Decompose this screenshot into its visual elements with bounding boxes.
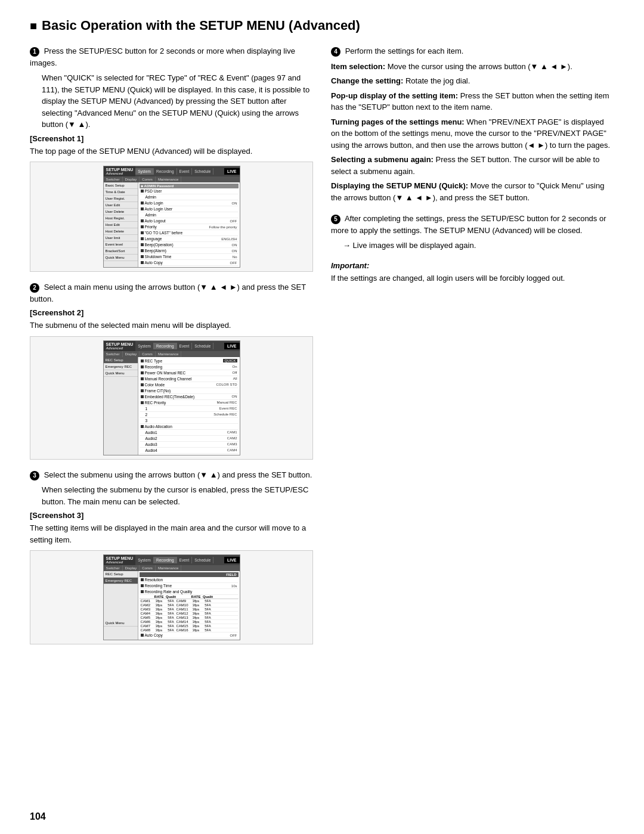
live-button[interactable]: LIVE (224, 168, 240, 175)
substep-selecting-submenu: Selecting a submenu again: Press the SET… (331, 154, 614, 177)
menu1-tabs: System Recording Event Schedule (135, 168, 224, 175)
menu1-row-priority: Priority Follow the priority (140, 224, 239, 230)
menu3-tabs: System Recording Event Schedule (135, 557, 224, 563)
menu2-left: REC Setup Emergency REC Quick Menu (104, 357, 138, 455)
left-quick-menu[interactable]: Quick Menu (104, 255, 138, 261)
step3-text2: When selecting the submenu by the cursor… (42, 484, 313, 507)
right-column: 4 Perform the settings for each item. It… (331, 45, 614, 654)
menu1-row-shutdown: Shutdown Time No (140, 254, 239, 260)
substep-change-setting: Change the setting: Rotate the jog dial. (331, 75, 614, 87)
menu3-sub-header: Switcher Display Comm Maintenance (104, 565, 240, 571)
menu1-row-beep-alarm: Beep(Alarm) ON (140, 248, 239, 254)
menu3-left-emergency[interactable]: Emergency REC (104, 578, 138, 584)
sub-tab-comm[interactable]: Comm (140, 176, 156, 182)
left-host-edit[interactable]: Host Edit (104, 222, 138, 228)
substep-popup-display: Pop-up display of the setting item: Pres… (331, 90, 614, 113)
left-user-regist[interactable]: User Regist. (104, 196, 138, 202)
screenshot2-section: [Screenshot 2] The submenu of the select… (30, 308, 313, 460)
menu3-sub-switcher[interactable]: Switcher (104, 565, 123, 571)
menu1-row-autologout: Auto Logout OFF (140, 218, 239, 224)
menu2-sub-switcher[interactable]: Switcher (104, 351, 123, 357)
menu3-tab-system[interactable]: System (135, 557, 154, 563)
menu2-tab-recording[interactable]: Recording (154, 343, 177, 349)
screenshot2-box: SETUP MENU Advanced System Recording Eve… (30, 336, 313, 460)
screenshot3-label: [Screenshot 3] (30, 511, 313, 520)
step3-block: 3 Select the submenu using the arrows bu… (30, 469, 313, 645)
sub-tab-display[interactable]: Display (123, 176, 140, 182)
cam-row: CAM83fps5FACAM163fps5FA (140, 628, 239, 633)
sub-tab-maintenance[interactable]: Maintenance (156, 176, 181, 182)
menu2-tab-schedule[interactable]: Schedule (192, 343, 213, 349)
menu3-sub-maintenance[interactable]: Maintenance (156, 565, 181, 571)
left-user-edit[interactable]: User Edit (104, 202, 138, 209)
menu2-row-audio: Audio Allocation (140, 424, 239, 430)
menu2-tab-system[interactable]: System (135, 343, 154, 349)
screenshot2-label: [Screenshot 2] (30, 308, 313, 317)
menu3-row-resolution: Resolution (140, 577, 239, 583)
step1-block: 1 Press the SETUP/ESC button for 2 secon… (30, 45, 313, 272)
menu3-tab-recording[interactable]: Recording (154, 557, 177, 563)
menu2-row-colormode: Color Mode COLOR STD (140, 382, 239, 388)
left-time-date[interactable]: Time & Date (104, 189, 138, 196)
menu3-left-rec-setup[interactable]: REC Setup (104, 571, 138, 578)
menu2-left-quick[interactable]: Quick Menu (104, 370, 138, 377)
screenshot1-box: SETUP MENU Advanced System Recording Eve… (30, 162, 313, 272)
tab-schedule[interactable]: Schedule (192, 168, 213, 175)
menu1-row-admin: Admin (140, 194, 239, 200)
menu2-left-emergency[interactable]: Emergency REC (104, 364, 138, 370)
menu3-right: FIELD Resolution Recording Time 10s (138, 571, 240, 640)
menu1-row-beep-op: Beep(Operation) ON (140, 242, 239, 248)
menu2-sub-header: Switcher Display Comm Maintenance (104, 351, 240, 357)
step4-number: 4 (331, 47, 340, 57)
tab-recording[interactable]: Recording (154, 168, 177, 175)
menu2-sub-comm[interactable]: Comm (140, 351, 156, 357)
menu3-title: SETUP MENU Advanced (104, 555, 136, 565)
menu2-row-poweronrec: Power ON Manual REC Off (140, 370, 239, 376)
menu1-section-admin: ■ ADMIN Password (140, 184, 239, 188)
left-host-delete[interactable]: Host Delete (104, 228, 138, 235)
menu3-body: REC Setup Emergency REC Quick Menu FIELD… (104, 571, 240, 640)
left-bracket-sort[interactable]: Bracket/Sort (104, 248, 138, 255)
cam-row: CAM23fps5FACAM103fps5FA (140, 603, 239, 607)
menu3-live-button[interactable]: LIVE (224, 557, 240, 563)
menu3-sub-display[interactable]: Display (123, 565, 140, 571)
menu1-row-psd: PSD User (140, 188, 239, 194)
screenshot1-desc: The top page of the SETUP MENU (Advanced… (30, 145, 313, 157)
substep-item-selection: Item selection: Move the cursor using th… (331, 61, 614, 73)
menu2-row-audio1: Audio1 CAM1 (140, 430, 239, 436)
menu2-sub-display[interactable]: Display (123, 351, 140, 357)
left-user-limit[interactable]: User limit (104, 235, 138, 241)
menu2-row-audio3: Audio3 CAM3 (140, 442, 239, 448)
page-number: 104 (30, 811, 46, 822)
menu1-sub-header: Switcher Display Comm Maintenance (104, 176, 240, 182)
menu2-tab-event[interactable]: Event (177, 343, 193, 349)
screenshot1-section: [Screenshot 1] The top page of the SETUP… (30, 134, 313, 272)
tab-event[interactable]: Event (177, 168, 193, 175)
left-event-level[interactable]: Event level (104, 241, 138, 248)
menu3-left-quick[interactable]: Quick Menu (104, 620, 138, 627)
menu2-live-button[interactable]: LIVE (224, 343, 240, 349)
left-user-delete[interactable]: User Delete (104, 209, 138, 215)
important-label: Important: (331, 261, 614, 270)
menu1-row-loginuser: Auto Login User (140, 206, 239, 212)
menu2-row-pri1: 1 Event REC (140, 406, 239, 412)
cam-row: CAM33fps5FACAM113fps5FA (140, 607, 239, 612)
sub-tab-switcher[interactable]: Switcher (104, 176, 123, 182)
screenshot2-desc: The submenu of the selected main menu wi… (30, 320, 313, 331)
menu2-right: REC Type QUICK Recording On Power ON Man… (138, 357, 240, 455)
menu2-sub-maintenance[interactable]: Maintenance (156, 351, 181, 357)
cam-row: CAM13fps5FACAM93fps5FA (140, 599, 239, 603)
screenshot3-section: [Screenshot 3] The setting items will be… (30, 511, 313, 644)
menu3-tab-event[interactable]: Event (177, 557, 193, 563)
step5-block: 5 After completing the settings, press t… (331, 213, 614, 252)
menu3-sub-comm[interactable]: Comm (140, 565, 156, 571)
menu2-left-rec-setup[interactable]: REC Setup (104, 357, 138, 364)
left-basic-setup[interactable]: Basic Setup (104, 182, 138, 189)
important-text: If the settings are changed, all login u… (331, 272, 614, 284)
tab-system[interactable]: System (135, 168, 154, 175)
step3-number: 3 (30, 471, 39, 480)
menu3-tab-schedule[interactable]: Schedule (192, 557, 213, 563)
menu1-row-autocopy: Auto Copy OFF (140, 260, 239, 266)
left-host-regist[interactable]: Host Regist. (104, 215, 138, 222)
menu1-title: SETUP MENU Advanced (104, 166, 136, 176)
